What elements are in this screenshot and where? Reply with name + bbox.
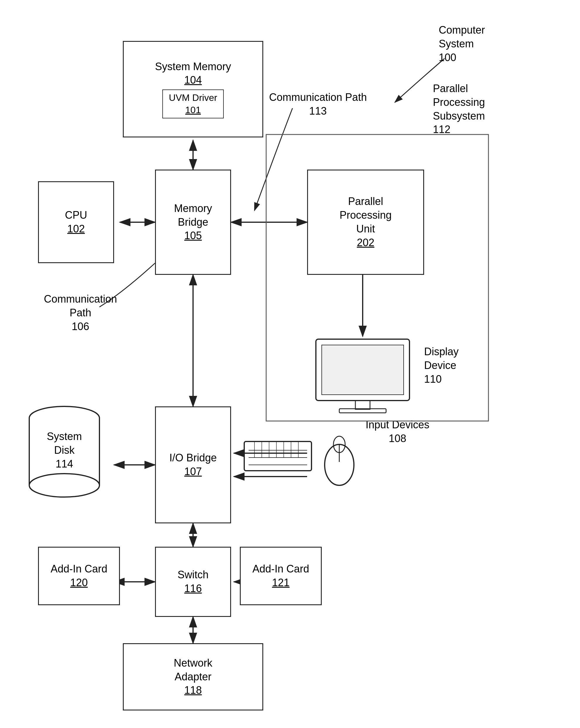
uvm-driver-label: UVM Driver bbox=[169, 93, 217, 103]
network-adapter-box: NetworkAdapter 118 bbox=[123, 643, 263, 710]
network-adapter-number: 118 bbox=[184, 683, 202, 697]
keyboard-icon bbox=[243, 436, 313, 476]
communication-path-106-label: CommunicationPath106 bbox=[44, 292, 117, 333]
uvm-driver-number: 101 bbox=[185, 105, 201, 115]
switch-number: 116 bbox=[184, 582, 202, 596]
io-bridge-box: I/O Bridge 107 bbox=[155, 407, 231, 523]
memory-bridge-box: MemoryBridge 105 bbox=[155, 170, 231, 275]
subsystem-border bbox=[263, 132, 491, 424]
memory-bridge-label: MemoryBridge bbox=[174, 202, 212, 229]
mouse-icon bbox=[322, 436, 357, 488]
communication-path-113-label: Communication Path113 bbox=[269, 90, 367, 118]
switch-box: Switch 116 bbox=[155, 547, 231, 617]
uvm-driver-box: UVM Driver 101 bbox=[162, 89, 224, 119]
add-in-card-121-number: 121 bbox=[272, 576, 289, 590]
parallel-processing-subsystem-label: ParallelProcessingSubsystem112 bbox=[433, 82, 485, 136]
add-in-card-120-number: 120 bbox=[70, 576, 88, 590]
memory-bridge-number: 105 bbox=[184, 229, 202, 243]
add-in-card-120-label: Add-In Card bbox=[51, 562, 107, 576]
cpu-number: 102 bbox=[67, 222, 85, 236]
cpu-label: CPU bbox=[65, 208, 87, 222]
cpu-box: CPU 102 bbox=[38, 181, 114, 263]
system-memory-number: 104 bbox=[184, 73, 202, 87]
system-memory-box: System Memory 104 UVM Driver 101 bbox=[123, 41, 263, 137]
io-bridge-label: I/O Bridge bbox=[169, 451, 217, 465]
svg-rect-44 bbox=[266, 134, 488, 421]
switch-label: Switch bbox=[178, 568, 208, 582]
system-memory-label: System Memory bbox=[155, 60, 231, 74]
network-adapter-label: NetworkAdapter bbox=[174, 656, 212, 684]
io-bridge-number: 107 bbox=[184, 465, 202, 478]
add-in-card-121-box: Add-In Card 121 bbox=[240, 547, 322, 605]
architecture-diagram: System Memory 104 UVM Driver 101 CPU 102… bbox=[0, 0, 580, 728]
computer-system-label: ComputerSystem100 bbox=[439, 23, 485, 64]
add-in-card-120-box: Add-In Card 120 bbox=[38, 547, 120, 605]
add-in-card-121-label: Add-In Card bbox=[252, 562, 309, 576]
system-disk-label: SystemDisk114 bbox=[26, 430, 102, 471]
